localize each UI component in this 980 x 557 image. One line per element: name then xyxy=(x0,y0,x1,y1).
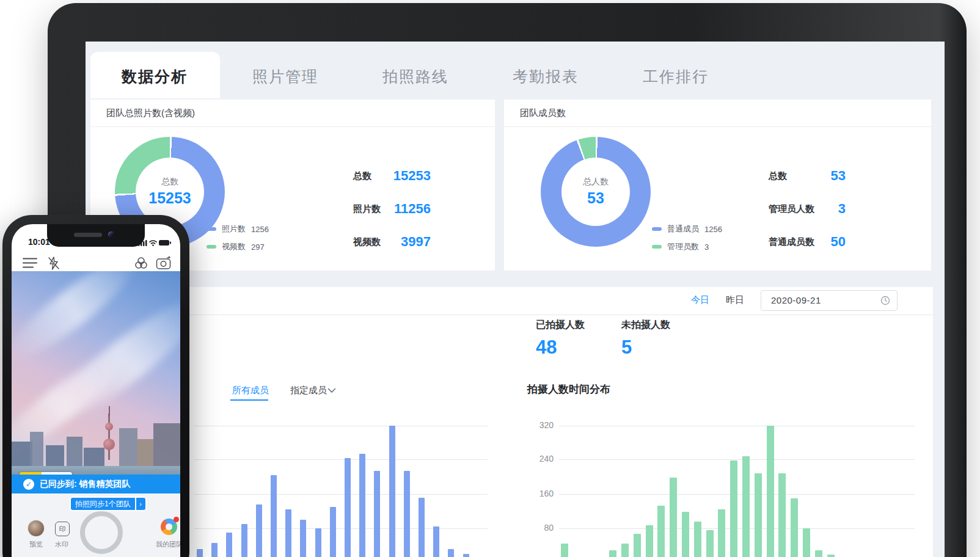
bar xyxy=(330,507,336,557)
bar xyxy=(718,509,725,557)
bar xyxy=(463,554,469,557)
phone-notch xyxy=(47,224,145,247)
shutter-button[interactable] xyxy=(80,511,123,554)
city-skyline xyxy=(12,413,180,475)
camera-flip-icon[interactable] xyxy=(156,256,172,271)
member-filter-all-tab[interactable]: 所有成员 xyxy=(232,385,269,396)
phone-device-frame: 10:01 xyxy=(2,215,189,557)
sync-status-banner: ✓ 已同步到: 销售精英团队 xyxy=(12,475,180,493)
photos-legend: 照片数 1256 视频数 297 xyxy=(207,224,269,252)
clock-icon xyxy=(880,296,890,305)
tablet-screen: 数据分析 照片管理 拍照路线 考勤报表 工作排行 团队总照片数(含视频) 总数 … xyxy=(86,42,945,557)
legend-item: 视频数 297 xyxy=(207,241,269,252)
y-axis-tick: 80 xyxy=(524,523,554,533)
stat-label: 管理员人数 xyxy=(769,203,814,215)
camera-viewfinder-photo: 打卡 10:01 上海市黄浦区中山东一路 外滩（临黄浦江） 2020.06.08… xyxy=(12,271,180,475)
bar xyxy=(241,524,247,557)
stat-value: 53 xyxy=(831,168,846,184)
bar xyxy=(271,475,277,557)
legend-label: 管理员数 xyxy=(667,241,699,252)
tab-work-ranking[interactable]: 工作排行 xyxy=(627,67,725,87)
stat-row: 照片数 11256 xyxy=(353,200,431,218)
tab-data-analysis[interactable]: 数据分析 xyxy=(106,67,203,87)
bar xyxy=(767,426,774,557)
not-shot-count-value: 5 xyxy=(621,337,670,359)
stat-value: 50 xyxy=(831,234,846,250)
bar xyxy=(646,525,653,557)
watermark-tool-icon[interactable]: 印 xyxy=(55,522,70,536)
bar xyxy=(211,543,218,557)
donut-center-label: 总人数 xyxy=(583,177,609,187)
stat-row: 总数 53 xyxy=(769,167,846,185)
shot-count-value: 48 xyxy=(536,337,585,359)
bar xyxy=(694,522,701,557)
tab-photo-management[interactable]: 照片管理 xyxy=(236,67,334,87)
legend-value: 1256 xyxy=(704,225,722,234)
date-value: 2020-09-21 xyxy=(771,295,821,305)
bar xyxy=(791,498,798,557)
stat-label: 总数 xyxy=(769,170,787,182)
bar xyxy=(404,471,410,557)
tab-photo-route[interactable]: 拍照路线 xyxy=(367,67,464,87)
legend-item: 照片数 1256 xyxy=(207,224,269,235)
card-title: 团队成员数 xyxy=(520,107,566,119)
front-camera xyxy=(108,231,114,238)
tab-attendance-report[interactable]: 考勤报表 xyxy=(497,67,594,87)
legend-label: 照片数 xyxy=(222,224,246,235)
bar xyxy=(197,549,203,557)
bar xyxy=(827,555,835,557)
bar xyxy=(815,550,822,557)
stat-label: 普通成员数 xyxy=(769,236,814,248)
watermark-label: 水印 xyxy=(53,540,70,549)
my-team-logo-icon[interactable] xyxy=(161,519,177,535)
sync-status-text: 已同步到: 销售精英团队 xyxy=(40,479,131,490)
divider xyxy=(90,126,495,127)
not-shot-count-group: 未拍摄人数 5 xyxy=(621,319,670,359)
members-legend: 普通成员 1256 管理员数 3 xyxy=(652,224,722,252)
bar xyxy=(315,528,321,557)
filter-today-link[interactable]: 今日 xyxy=(691,294,709,306)
donut-hole: 总人数 53 xyxy=(561,158,630,226)
legend-item: 管理员数 3 xyxy=(652,241,722,252)
not-shot-count-label: 未拍摄人数 xyxy=(621,319,670,332)
bar xyxy=(433,526,439,557)
check-circle-icon: ✓ xyxy=(23,479,34,490)
stat-value: 11256 xyxy=(394,201,431,217)
bar xyxy=(670,478,677,557)
menu-icon[interactable] xyxy=(23,258,37,268)
member-shots-bar-chart xyxy=(192,423,497,557)
stat-value: 15253 xyxy=(393,168,431,184)
pearl-tower xyxy=(108,413,110,460)
bar xyxy=(621,544,629,557)
donut-center-value: 53 xyxy=(587,189,604,207)
date-picker-input[interactable]: 2020-09-21 xyxy=(761,290,898,311)
preview-label: 预览 xyxy=(27,540,45,549)
flash-off-icon[interactable] xyxy=(46,256,61,271)
bar xyxy=(359,454,365,557)
legend-value: 3 xyxy=(704,242,709,252)
preview-thumbnail[interactable] xyxy=(28,520,44,536)
bar xyxy=(345,458,351,557)
bar xyxy=(609,550,616,557)
bar xyxy=(682,512,689,557)
divider xyxy=(90,315,933,315)
chevron-down-icon[interactable] xyxy=(327,388,336,393)
stat-label: 视频数 xyxy=(353,236,381,248)
legend-label: 普通成员 xyxy=(667,224,699,235)
y-axis-tick: 160 xyxy=(524,489,554,498)
member-filter-specified-tab[interactable]: 指定成员 xyxy=(290,385,327,396)
sync-teams-button-label: 拍照同步1个团队 xyxy=(71,498,135,510)
bar xyxy=(448,549,454,557)
filter-yesterday-link[interactable]: 昨日 xyxy=(726,294,744,306)
status-bar-time: 10:01 xyxy=(28,237,50,247)
bar xyxy=(634,534,641,557)
time-distribution-bar-chart: 32024016080 xyxy=(524,423,921,557)
stat-label: 照片数 xyxy=(353,203,381,215)
filters-icon[interactable] xyxy=(134,256,148,271)
camera-controls-area: 拍照同步1个团队 › 印 预览 水印 我的团队 xyxy=(12,493,180,557)
sync-teams-button[interactable]: 拍照同步1个团队 › xyxy=(71,498,145,510)
wifi-icon xyxy=(150,241,156,244)
legend-marker-green xyxy=(207,245,216,249)
bar xyxy=(803,528,810,557)
bar xyxy=(374,471,380,557)
